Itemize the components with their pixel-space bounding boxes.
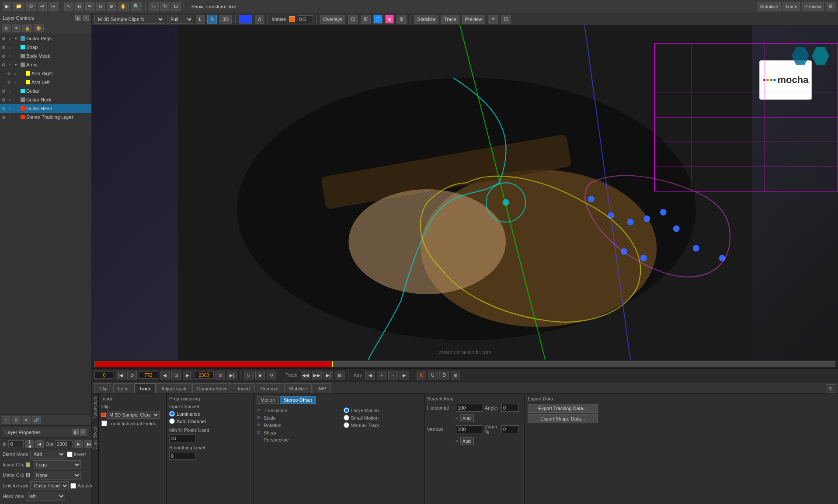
track-individual-checkbox[interactable] (101, 421, 107, 426)
tc-key-del-btn[interactable]: - (388, 371, 398, 379)
tab-insert[interactable]: Insert (233, 383, 255, 393)
blend-mode-select[interactable]: Add Normal (30, 450, 65, 459)
layer-item-arms[interactable]: ⚙ ○ ▾ Arms (0, 60, 91, 69)
tc-key-u-btn[interactable]: U (428, 371, 438, 379)
layer-controls-collapse-btn[interactable]: ◧ (75, 15, 81, 21)
params-collapse-btn[interactable]: ▽ (826, 384, 835, 393)
vp-icon-btn-3[interactable]: T (373, 15, 382, 24)
layer-item-arm-left[interactable]: ⚙ ○ Arm Left (0, 78, 91, 87)
transform-tool-btn[interactable]: ↔ (149, 2, 159, 11)
matte-clip-select[interactable]: None (33, 471, 81, 480)
large-motion-radio[interactable] (344, 407, 349, 413)
tab-adjusttrack[interactable]: AdjustTrack (156, 383, 191, 393)
tc-track-extra-btn[interactable]: ⊞ (335, 371, 344, 379)
layer-add-btn[interactable]: + (2, 416, 10, 424)
timeline-ruler-bar[interactable] (94, 361, 835, 367)
layer-link-btn[interactable]: 🔗 (32, 416, 41, 424)
vp-icon-btn-1[interactable]: ⊡ (348, 15, 358, 24)
tab-stabilize[interactable]: Stabilize (284, 383, 312, 393)
vp-icon-btn-5[interactable]: ⊞ (396, 15, 407, 24)
motion-tab-motion[interactable]: Motion (257, 396, 279, 404)
horizontal-input[interactable] (456, 404, 482, 412)
auto-channel-radio[interactable] (169, 418, 175, 424)
out-goto-btn[interactable]: ▶ (74, 440, 83, 448)
layer-copy-btn[interactable]: ⎘ (12, 416, 21, 424)
tc-step-back-btn[interactable]: ⊙ (127, 371, 137, 379)
view-full-select[interactable]: Full Half (167, 15, 193, 24)
side-label-dope-sheet[interactable]: Dope Sheet (92, 423, 98, 453)
tc-stop-btn[interactable]: ⊡ (171, 371, 181, 379)
insert-clip-select[interactable]: Logo None (33, 460, 81, 469)
tc-loop-btn[interactable]: ↺ (267, 371, 276, 379)
adjusted-checkbox[interactable] (70, 483, 76, 489)
layer-delete-btn[interactable]: ✕ (22, 416, 31, 424)
vp-preview-btn[interactable]: Preview (462, 15, 485, 24)
layer-item-stereo-tracking[interactable]: ⚙ ○ Stereo Tracking Layer (0, 113, 91, 122)
tc-goto-start-btn[interactable]: |◀ (116, 371, 125, 379)
tab-imp[interactable]: IMP (313, 383, 331, 393)
vp-btn-L[interactable]: L (196, 15, 205, 24)
clip-dropdown[interactable]: M 3D Sample Clips (107, 411, 160, 419)
select-tool-btn[interactable]: ↖ (64, 2, 73, 11)
vp-btn-3D[interactable]: 3D (219, 15, 232, 24)
export-tracking-btn[interactable]: Export Tracking Data... (528, 404, 598, 413)
tab-clip[interactable]: Clip (94, 383, 112, 393)
magnet-tool-btn[interactable]: ⊕ (107, 2, 116, 11)
toolbar-arrow-btn[interactable]: ▶ (3, 2, 11, 11)
manual-track-radio[interactable] (344, 422, 349, 428)
bezier-tool-btn[interactable]: B (75, 2, 83, 11)
layer-color-btn[interactable]: 🎨 (34, 24, 44, 32)
clip-select[interactable]: M 3D Sample Clips fc (94, 15, 164, 24)
layer-controls-close-btn[interactable]: × (83, 15, 89, 21)
hero-view-select[interactable]: left right (26, 492, 65, 501)
tc-goto-end-btn[interactable]: ▶| (227, 371, 236, 379)
tc-key-next-btn[interactable]: ▶ (400, 371, 409, 379)
tab-track[interactable]: Track (134, 383, 156, 393)
pen-tool-btn[interactable]: ✏ (85, 2, 94, 11)
tab-lens[interactable]: Lens (113, 383, 133, 393)
hand-tool-btn[interactable]: ✋ (118, 2, 129, 11)
preview-toolbar-btn[interactable]: Preview (802, 2, 824, 11)
vp-trace-btn[interactable]: Trace (441, 15, 459, 24)
mattes-opacity-input[interactable] (298, 15, 313, 23)
toolbar-redo-btn[interactable]: ↪ (49, 2, 58, 11)
layer-lock-btn[interactable]: 🔒 (22, 24, 32, 32)
spline-tool-btn[interactable]: S (96, 2, 104, 11)
vp-btn-color[interactable] (239, 15, 252, 24)
tc-track-fwd-btn[interactable]: ▶▶ (312, 371, 322, 379)
toolbar-file-btn[interactable]: 📁 (13, 2, 24, 11)
layer-item-guitar-neck[interactable]: ⚙ ○ Guitar Neck (0, 95, 91, 104)
tc-step-fwd-btn[interactable]: ⊙ (216, 371, 225, 379)
luminance-radio[interactable] (169, 411, 175, 417)
vp-btn-R[interactable]: R (207, 15, 217, 24)
layer-item-guitar-head[interactable]: ⚙ ○ Guitar Head (0, 104, 91, 113)
angle-input[interactable] (501, 404, 519, 412)
side-label-parameters[interactable]: Parameters (92, 393, 98, 423)
perspective-tool-btn[interactable]: ⊡ (171, 2, 181, 11)
vp-stabilize-btn[interactable]: Stabilize (414, 15, 438, 24)
tc-key-add-btn[interactable]: + (377, 371, 386, 379)
link-to-track-select[interactable]: Guitar Head (30, 481, 69, 490)
tc-key-d-btn[interactable]: D (439, 371, 449, 379)
toolbar-settings-btn[interactable]: ⚙ (26, 2, 36, 11)
tc-play-fwd-btn[interactable]: ▶ (183, 371, 192, 379)
out-value-input[interactable] (55, 440, 73, 448)
settings-right-btn[interactable]: ⚙ (826, 2, 835, 11)
tc-key-extra2-btn[interactable]: ⊕ (451, 371, 460, 379)
tc-track-full-btn[interactable]: ▶| (323, 371, 333, 379)
vertical-input[interactable] (456, 425, 482, 433)
vp-overlays-btn[interactable]: Overlays (320, 15, 345, 24)
layer-item-body-mask[interactable]: ⚙ ○ Body Mask (0, 52, 91, 60)
trace-toolbar-btn[interactable]: Trace (782, 2, 800, 11)
layer-props-collapse-btn[interactable]: ◧ (73, 429, 79, 435)
invert-checkbox[interactable] (67, 452, 73, 457)
zoom-tool-btn[interactable]: 🔍 (131, 2, 142, 11)
tab-remove[interactable]: Remove (256, 383, 283, 393)
in-set-btn[interactable]: ◀ (35, 440, 44, 448)
in-value-input[interactable] (8, 440, 24, 448)
layer-item-strap[interactable]: ⚙ ○ Strap (0, 43, 91, 52)
zoom-input[interactable] (501, 425, 519, 433)
layer-item-guitar-pegs[interactable]: ⚙ ○ ▾ Guitar Pegs (0, 34, 91, 43)
layer-props-close-btn[interactable]: × (80, 429, 86, 435)
vp-icon-btn-2[interactable]: ⊞ (361, 15, 371, 24)
